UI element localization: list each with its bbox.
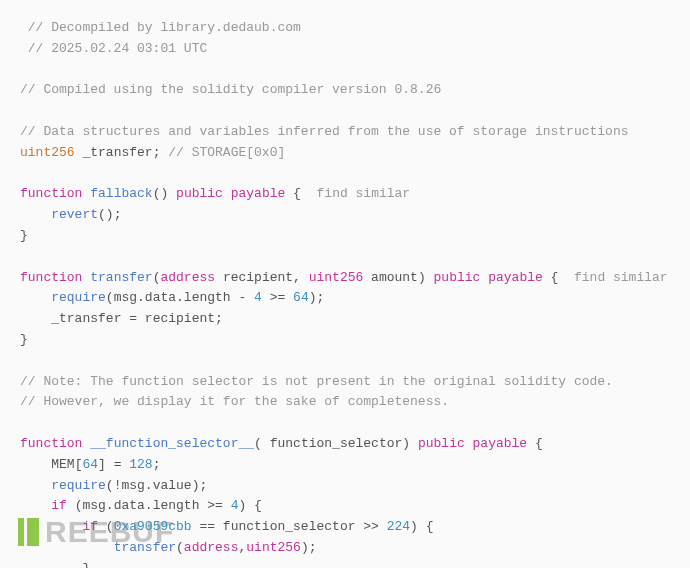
comment-storage: // STORAGE[0x0] [160, 145, 285, 160]
comment-note2: // However, we display it for the sake o… [20, 394, 449, 409]
revert-call: revert [51, 207, 98, 222]
fn-selector-name: __function_selector__ [90, 436, 254, 451]
kw-function: function [20, 186, 82, 201]
fn-transfer-name: transfer [90, 270, 152, 285]
decl-type: uint256 [20, 145, 75, 160]
comment-compiler: // Compiled using the solidity compiler … [20, 82, 441, 97]
comment-decompiled: // Decompiled by library.dedaub.com [20, 20, 301, 35]
fn-fallback-name: fallback [90, 186, 152, 201]
hex-selector: 0xa9059cbb [114, 519, 192, 534]
require-call: require [51, 290, 106, 305]
code-block: // Decompiled by library.dedaub.com // 2… [20, 18, 670, 568]
comment-timestamp: // 2025.02.24 03:01 UTC [20, 41, 207, 56]
decl-var: _transfer [82, 145, 152, 160]
comment-datastruct: // Data structures and variables inferre… [20, 124, 629, 139]
comment-note1: // Note: The function selector is not pr… [20, 374, 613, 389]
find-similar-link[interactable]: find similar [301, 186, 410, 201]
find-similar-link[interactable]: find similar [558, 270, 667, 285]
